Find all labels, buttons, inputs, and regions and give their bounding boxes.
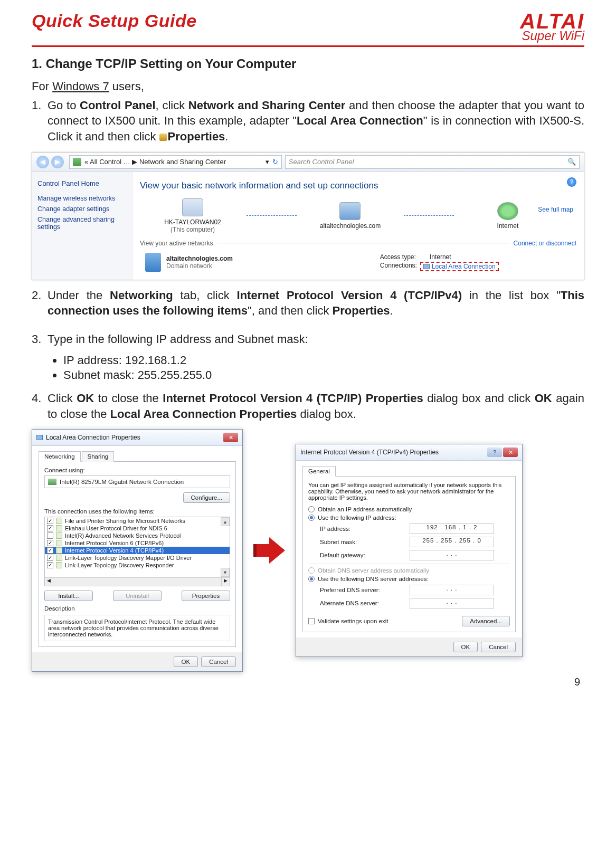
protocol-icon xyxy=(56,525,62,531)
sidebar-link-adapter[interactable]: Change adapter settings xyxy=(37,205,127,213)
ip-address-field[interactable]: 192 . 168 . 1 . 2 xyxy=(410,524,494,534)
ip-settings-list: IP address: 192.168.1.2 Subnet mask: 255… xyxy=(32,354,584,382)
section-heading: 1. Change TCP/IP Setting on Your Compute… xyxy=(32,56,584,71)
local-area-connection-link[interactable]: Local Area Connection xyxy=(420,262,499,271)
list-item[interactable]: ✓Link-Layer Topology Discovery Responder xyxy=(45,562,230,569)
domain-type: Domain network xyxy=(166,262,233,270)
nav-forward-button[interactable]: ▶ xyxy=(51,156,64,168)
brand-logo: ALTAI Super WiFi xyxy=(520,11,584,42)
close-button[interactable]: ✕ xyxy=(223,433,238,442)
active-networks-label: View your active networks xyxy=(140,240,217,247)
subnet-mask-field[interactable]: 255 . 255 . 255 . 0 xyxy=(410,537,494,547)
radio-obtain-dns-auto[interactable]: Obtain DNS server address automatically xyxy=(308,567,510,574)
svg-rect-1 xyxy=(253,544,257,557)
nav-back-button[interactable]: ◀ xyxy=(36,156,49,168)
configure-button[interactable]: Configure... xyxy=(183,492,230,503)
tab-general[interactable]: General xyxy=(302,466,336,477)
search-icon: 🔍 xyxy=(567,158,576,166)
network-node-computer: HK-TAYLORWAN02 (This computer) xyxy=(145,198,240,233)
svg-marker-0 xyxy=(253,537,285,564)
ok-button[interactable]: OK xyxy=(174,656,198,667)
brand-tagline: Super WiFi xyxy=(520,30,584,42)
alternate-dns-field[interactable]: . . . xyxy=(410,598,494,608)
shield-icon xyxy=(159,134,167,141)
access-type-value: Internet xyxy=(430,253,451,261)
step-2: 2. Under the Networking tab, click Inter… xyxy=(32,288,584,322)
preferred-dns-field[interactable]: . . . xyxy=(410,585,494,595)
scroll-up-icon[interactable]: ▲ xyxy=(221,517,230,526)
radio-use-ip[interactable]: Use the following IP address: xyxy=(308,515,510,521)
connection-items-listbox[interactable]: ✓File and Printer Sharing for Microsoft … xyxy=(44,517,230,586)
domain-name: altaitechnologies.com xyxy=(166,255,233,262)
see-full-map-link[interactable]: See full map xyxy=(538,206,573,213)
sidebar-link-wireless[interactable]: Manage wireless networks xyxy=(37,195,127,202)
dialog-title: Internet Protocol Version 4 (TCP/IPv4) P… xyxy=(300,449,439,456)
connect-using-label: Connect using: xyxy=(44,467,230,473)
globe-icon xyxy=(497,202,518,220)
ok-button[interactable]: OK xyxy=(453,642,478,652)
radio-use-dns[interactable]: Use the following DNS server addresses: xyxy=(308,576,510,582)
install-button[interactable]: Install... xyxy=(44,591,93,601)
bullet-ip-address: IP address: 192.168.1.2 xyxy=(63,354,584,367)
access-type-label: Access type: xyxy=(380,253,416,261)
protocol-icon xyxy=(56,562,62,568)
protocol-icon xyxy=(56,540,62,546)
nic-icon xyxy=(48,479,56,485)
sidebar-link-advanced[interactable]: Change advanced sharing settings xyxy=(37,216,127,231)
main-headline: View your basic network information and … xyxy=(140,180,576,191)
network-node-domain: altaitechnologies.com xyxy=(302,202,397,230)
step-4: 4. Click OK to close the Internet Protoc… xyxy=(32,391,584,425)
tcpip-properties-dialog: Internet Protocol Version 4 (TCP/IPv4) P… xyxy=(296,444,523,657)
connect-disconnect-link[interactable]: Connect or disconnect xyxy=(509,240,576,247)
list-item[interactable]: ✓Link-Layer Topology Discovery Mapper I/… xyxy=(45,554,230,562)
adapter-icon xyxy=(36,435,43,440)
default-gateway-label: Default gateway: xyxy=(320,552,410,558)
adapter-field[interactable]: Intel(R) 82579LM Gigabit Network Connect… xyxy=(44,475,230,488)
protocol-icon xyxy=(56,532,62,539)
cancel-button[interactable]: Cancel xyxy=(481,642,516,652)
preferred-dns-label: Preferred DNS server: xyxy=(320,587,410,593)
list-item[interactable]: Intel(R) Advanced Network Services Proto… xyxy=(45,532,230,539)
alternate-dns-label: Alternate DNS server: xyxy=(320,600,410,606)
domain-network-icon xyxy=(145,253,161,272)
sidebar-title: Control Panel Home xyxy=(37,179,127,187)
dialog-title: Local Area Connection Properties xyxy=(46,434,140,441)
items-list-label: This connection uses the following items… xyxy=(44,508,230,515)
adapter-icon xyxy=(423,264,430,269)
control-panel-icon xyxy=(73,158,81,166)
tab-networking[interactable]: Networking xyxy=(39,451,81,462)
page-title: Quick Setup Guide xyxy=(32,11,197,31)
tab-sharing[interactable]: Sharing xyxy=(82,451,115,462)
horizontal-scrollbar[interactable]: ◀▶ xyxy=(45,577,230,586)
protocol-icon xyxy=(56,518,62,524)
uninstall-button[interactable]: Uninstall xyxy=(113,591,162,601)
bullet-subnet-mask: Subnet mask: 255.255.255.0 xyxy=(63,368,584,382)
help-icon[interactable]: ? xyxy=(567,177,576,187)
advanced-button[interactable]: Advanced... xyxy=(462,616,510,626)
protocol-icon xyxy=(56,555,62,561)
list-item[interactable]: ✓Internet Protocol Version 6 (TCP/IPv6) xyxy=(45,539,230,547)
properties-button[interactable]: Properties xyxy=(182,591,230,601)
list-item[interactable]: ✓Ekahau User Protocol Driver for NDIS 6 xyxy=(45,525,230,532)
list-item[interactable]: ✓File and Printer Sharing for Microsoft … xyxy=(45,517,230,525)
info-paragraph: You can get IP settings assigned automat… xyxy=(308,482,510,501)
list-item-selected[interactable]: ✓Internet Protocol Version 4 (TCP/IPv4) xyxy=(45,547,230,554)
control-panel-window: ◀ ▶ « All Control … ▶ Network and Sharin… xyxy=(32,152,584,280)
connections-label: Connections: xyxy=(380,262,417,271)
subnet-mask-label: Subnet mask: xyxy=(320,539,410,545)
ip-address-label: IP address: xyxy=(320,526,410,532)
page-number: 9 xyxy=(32,676,584,688)
default-gateway-field[interactable]: . . . xyxy=(410,550,494,560)
help-button[interactable]: ? xyxy=(487,448,502,457)
close-button[interactable]: ✕ xyxy=(503,448,518,457)
description-label: Description xyxy=(44,605,230,612)
breadcrumb[interactable]: « All Control … ▶ Network and Sharing Ce… xyxy=(69,155,282,169)
radio-obtain-ip-auto[interactable]: Obtain an IP address automatically xyxy=(308,506,510,512)
sidebar: Control Panel Home Manage wireless netwo… xyxy=(32,172,132,280)
cancel-button[interactable]: Cancel xyxy=(201,656,236,667)
validate-checkbox[interactable]: Validate settings upon exit xyxy=(308,618,388,624)
computer-icon xyxy=(182,198,203,216)
scroll-down-icon[interactable]: ▼ xyxy=(221,568,230,577)
network-icon xyxy=(339,202,361,220)
search-input[interactable]: Search Control Panel 🔍 xyxy=(285,155,580,169)
